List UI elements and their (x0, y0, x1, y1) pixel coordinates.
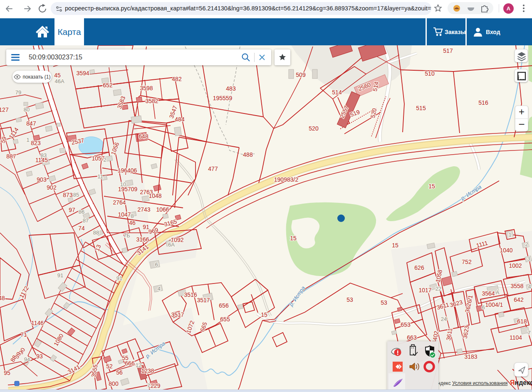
svg-text:85: 85 (73, 192, 79, 198)
svg-text:15: 15 (290, 235, 297, 242)
svg-text:3598: 3598 (140, 85, 153, 91)
svg-text:10: 10 (120, 181, 126, 187)
svg-text:80: 80 (24, 106, 30, 113)
svg-text:488: 488 (243, 151, 253, 158)
svg-text:2: 2 (525, 241, 528, 247)
svg-text:800: 800 (109, 380, 119, 387)
svg-text:24: 24 (441, 316, 447, 322)
svg-text:482: 482 (172, 76, 182, 82)
svg-text:618: 618 (517, 318, 527, 325)
svg-text:88: 88 (93, 229, 99, 236)
svg-text:71: 71 (20, 331, 27, 338)
svg-text:3582: 3582 (145, 98, 158, 104)
svg-text:79: 79 (15, 89, 21, 96)
svg-text:6: 6 (155, 261, 158, 268)
svg-text:53: 53 (381, 299, 387, 306)
svg-text:83: 83 (41, 152, 47, 158)
svg-text:53: 53 (346, 296, 353, 303)
svg-text:516: 516 (478, 99, 488, 106)
svg-text:46: 46 (129, 219, 136, 226)
svg-text:887: 887 (6, 153, 16, 160)
svg-text:3183: 3183 (464, 353, 477, 360)
svg-text:86: 86 (79, 209, 84, 215)
svg-text:22: 22 (435, 286, 441, 292)
svg-text:127: 127 (0, 106, 9, 113)
svg-text:520: 520 (309, 125, 319, 132)
svg-text:15: 15 (392, 242, 398, 249)
svg-text:1238: 1238 (141, 367, 154, 374)
svg-text:46А: 46А (54, 78, 64, 84)
svg-text:7Б: 7Б (124, 232, 130, 239)
svg-text:902: 902 (47, 184, 57, 191)
svg-text:483: 483 (226, 85, 236, 92)
svg-text:484: 484 (175, 116, 185, 123)
svg-text:642: 642 (514, 296, 524, 303)
svg-text:4: 4 (528, 284, 531, 290)
svg-text:515: 515 (416, 105, 426, 111)
svg-text:903: 903 (37, 176, 47, 183)
svg-text:15: 15 (428, 183, 435, 190)
svg-text:93: 93 (36, 353, 43, 360)
svg-text:514: 514 (332, 89, 342, 96)
svg-text:655: 655 (220, 316, 230, 323)
svg-text:3: 3 (527, 256, 530, 262)
svg-text:517: 517 (443, 47, 453, 54)
svg-text:509: 509 (296, 71, 306, 78)
svg-text:656: 656 (219, 302, 229, 309)
svg-text:15: 15 (261, 311, 267, 318)
svg-text:4: 4 (157, 286, 160, 292)
svg-text:3594: 3594 (76, 70, 89, 76)
svg-text:3516: 3516 (184, 291, 197, 298)
svg-text:45: 45 (54, 72, 61, 79)
svg-text:648: 648 (139, 133, 148, 140)
svg-text:823: 823 (31, 140, 41, 146)
svg-text:7: 7 (527, 330, 530, 336)
svg-text:3517: 3517 (197, 297, 210, 303)
svg-text:873: 873 (63, 192, 73, 198)
svg-text:12: 12 (136, 362, 141, 368)
svg-text:847: 847 (26, 120, 36, 127)
svg-text:752: 752 (462, 259, 472, 265)
svg-text:663: 663 (407, 334, 417, 341)
svg-text:94: 94 (24, 356, 30, 362)
svg-text:1: 1 (26, 137, 29, 143)
svg-text:652: 652 (103, 82, 113, 89)
svg-text:48: 48 (0, 295, 5, 301)
svg-text:1146: 1146 (31, 320, 44, 326)
svg-text:1040: 1040 (500, 247, 512, 254)
svg-text:1047: 1047 (118, 211, 131, 218)
svg-text:1104: 1104 (510, 334, 522, 341)
svg-text:1048: 1048 (148, 192, 161, 199)
svg-text:7: 7 (147, 382, 150, 389)
svg-text:97: 97 (69, 207, 75, 213)
svg-text:2743: 2743 (137, 206, 150, 213)
svg-text:8: 8 (131, 213, 134, 219)
svg-text:1066: 1066 (156, 206, 169, 213)
svg-text:87: 87 (83, 217, 89, 224)
svg-text:2: 2 (103, 157, 106, 163)
svg-text:3564: 3564 (482, 290, 495, 297)
svg-text:95: 95 (4, 370, 10, 376)
svg-text:653: 653 (401, 321, 411, 328)
svg-text:11: 11 (97, 173, 103, 180)
svg-text:3517: 3517 (171, 311, 184, 318)
svg-text:626: 626 (414, 264, 424, 271)
svg-text:195559: 195559 (213, 95, 233, 101)
svg-text:1057: 1057 (92, 155, 104, 162)
svg-text:1002: 1002 (509, 262, 522, 269)
svg-text:52: 52 (106, 363, 113, 370)
svg-text:6: 6 (482, 304, 485, 311)
svg-text:1: 1 (508, 232, 511, 238)
svg-text:2764: 2764 (113, 199, 126, 206)
svg-text:74: 74 (78, 225, 85, 232)
svg-text:91: 91 (116, 275, 122, 281)
svg-text:91: 91 (57, 272, 63, 279)
svg-text:190983/2: 190983/2 (274, 176, 299, 183)
svg-text:510: 510 (425, 70, 435, 77)
svg-text:А: А (496, 289, 500, 296)
svg-text:666: 666 (125, 360, 135, 367)
svg-text:1017: 1017 (418, 287, 431, 293)
svg-text:6А: 6А (168, 242, 175, 248)
svg-text:3166: 3166 (136, 236, 149, 243)
svg-text:196406: 196406 (118, 167, 137, 174)
